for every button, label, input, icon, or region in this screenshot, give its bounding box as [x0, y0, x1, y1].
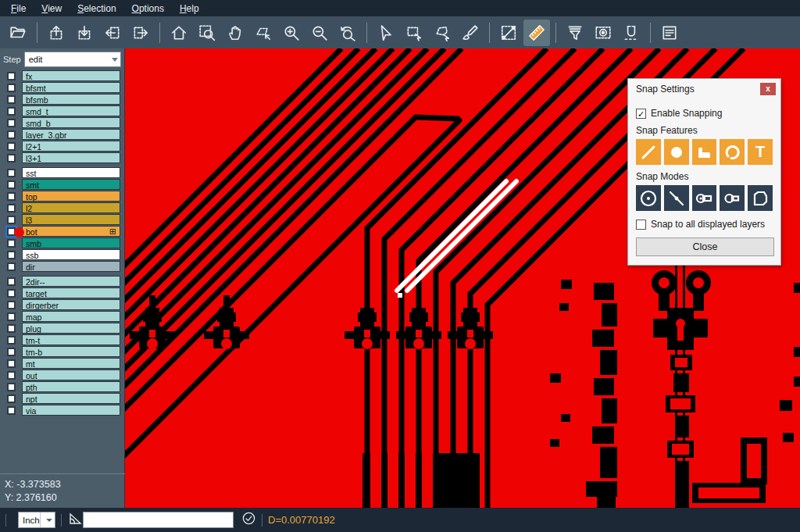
layer-row[interactable]: bfsmb [0, 94, 124, 105]
snap-text-button[interactable]: T [748, 139, 773, 165]
menu-item[interactable]: File [3, 2, 34, 16]
layer-visibility-checkbox[interactable] [7, 371, 16, 380]
forms-icon[interactable] [656, 20, 683, 46]
layer-visibility-checkbox[interactable] [7, 289, 16, 298]
command-input[interactable] [83, 512, 234, 528]
pan-icon[interactable] [222, 20, 248, 46]
layer-row[interactable]: l3 [0, 214, 124, 225]
layer-name[interactable]: map [22, 311, 120, 322]
layer-visibility-checkbox[interactable] [7, 142, 16, 151]
snap-surface-button[interactable] [692, 139, 717, 165]
layer-name[interactable]: sst [22, 167, 120, 178]
paint-icon[interactable] [457, 20, 484, 46]
layer-name[interactable]: npt [22, 393, 120, 404]
layer-visibility-checkbox[interactable] [7, 95, 16, 104]
layer-visibility-checkbox[interactable] [7, 107, 16, 116]
layer-row[interactable]: target [0, 287, 124, 298]
menu-item[interactable]: Selection [70, 2, 123, 16]
layer-row[interactable]: via [0, 405, 124, 416]
layer-visibility-checkbox[interactable] [7, 154, 16, 162]
layer-visibility-checkbox[interactable] [7, 348, 16, 356]
circle-check-icon[interactable] [241, 511, 256, 529]
layer-name[interactable]: target [22, 287, 120, 298]
step-select[interactable]: edit [24, 52, 121, 67]
layer-row[interactable]: bfsmt [0, 82, 124, 93]
load-down-icon[interactable] [71, 20, 98, 46]
layer-row[interactable]: out [0, 370, 124, 380]
layer-visibility-checkbox[interactable] [7, 301, 16, 309]
layer-name[interactable]: bfsmb [22, 94, 120, 105]
layer-name[interactable]: l3+1 [22, 152, 120, 163]
layer-name[interactable]: l3 [22, 214, 120, 225]
layer-visibility-checkbox[interactable] [7, 395, 16, 403]
layer-name[interactable]: dir [22, 261, 120, 272]
layer-visibility-checkbox[interactable] [7, 359, 16, 368]
snap-icon[interactable] [618, 20, 645, 46]
layer-row[interactable]: tm-t [0, 334, 124, 345]
layer-name[interactable]: smt [22, 179, 120, 190]
close-icon[interactable]: x [760, 83, 776, 95]
layer-name[interactable]: out [22, 370, 120, 380]
layer-name[interactable]: plug [22, 323, 120, 334]
layer-visibility-checkbox[interactable] [7, 180, 16, 189]
close-button[interactable]: Close [636, 237, 774, 256]
home-icon[interactable] [166, 20, 192, 46]
layer-visibility-checkbox[interactable] [7, 169, 16, 177]
layer-row[interactable]: pth [0, 381, 124, 392]
layer-row[interactable]: mt [0, 358, 124, 369]
layer-visibility-checkbox[interactable] [7, 251, 16, 259]
layer-visibility-checkbox[interactable] [7, 312, 16, 321]
snap-center-button[interactable] [636, 185, 661, 211]
layer-name[interactable]: l2+1 [22, 141, 120, 152]
layer-row[interactable]: l2+1 [0, 141, 124, 152]
dialog-titlebar[interactable]: Snap Settings x [628, 79, 780, 98]
layer-name[interactable]: via [22, 405, 120, 416]
layer-name[interactable]: pth [22, 381, 120, 392]
layer-row[interactable]: l3+1 [0, 152, 124, 163]
layer-row[interactable]: smb [0, 237, 124, 248]
layer-name[interactable]: top [22, 191, 120, 202]
layer-name[interactable]: bfsmt [22, 82, 120, 93]
layer-visibility-checkbox[interactable] [7, 130, 16, 139]
layer-row[interactable]: dir [0, 261, 124, 272]
layer-name[interactable]: smb [22, 237, 120, 248]
angle-icon[interactable] [67, 511, 83, 530]
layer-name[interactable]: layer_3.gbr [22, 129, 120, 140]
layer-row[interactable]: dirgerber [0, 299, 124, 310]
snap-line-button[interactable] [636, 139, 661, 165]
load-left-icon[interactable] [99, 20, 126, 46]
layer-name[interactable]: l2 [22, 202, 120, 213]
layer-row[interactable]: smd_t [0, 105, 124, 116]
layer-visibility-checkbox[interactable] [7, 72, 16, 80]
snap-all-layers-checkbox[interactable] [636, 220, 646, 230]
unit-select[interactable]: Inch [18, 512, 55, 528]
snap-midpoint-button[interactable] [664, 185, 689, 211]
layer-name[interactable]: bot [22, 226, 120, 237]
zoom-in-icon[interactable] [278, 20, 305, 46]
snap-pad-outline-button[interactable] [720, 185, 745, 211]
layer-row[interactable]: fx [0, 70, 124, 81]
layer-name[interactable]: tm-t [22, 334, 120, 345]
layer-visibility-checkbox[interactable] [7, 239, 16, 248]
layer-row[interactable]: plug [0, 323, 124, 334]
load-right-icon[interactable] [127, 20, 154, 46]
layer-name[interactable]: ssb [22, 249, 120, 260]
snap-pad-entire-button[interactable] [692, 185, 717, 211]
menu-item[interactable]: Help [172, 2, 207, 16]
snap-arc-button[interactable] [720, 139, 745, 165]
layer-row[interactable]: top [0, 191, 124, 202]
menu-item[interactable]: Options [124, 2, 172, 16]
layer-visibility-checkbox[interactable] [7, 192, 16, 201]
snap-contour-button[interactable] [748, 185, 773, 211]
layer-row[interactable]: npt [0, 393, 124, 404]
select-polygon-icon[interactable] [429, 20, 455, 46]
layer-visibility-checkbox[interactable] [7, 324, 16, 333]
select-icon[interactable] [373, 20, 399, 46]
ruler-icon[interactable] [523, 20, 550, 46]
layer-row[interactable]: map [0, 311, 124, 322]
filter-icon[interactable] [562, 20, 588, 46]
layer-row[interactable]: smd_b [0, 117, 124, 128]
layer-name[interactable]: tm-b [22, 346, 120, 357]
display-options-icon[interactable] [590, 20, 616, 46]
layer-name[interactable]: smd_b [22, 117, 120, 128]
